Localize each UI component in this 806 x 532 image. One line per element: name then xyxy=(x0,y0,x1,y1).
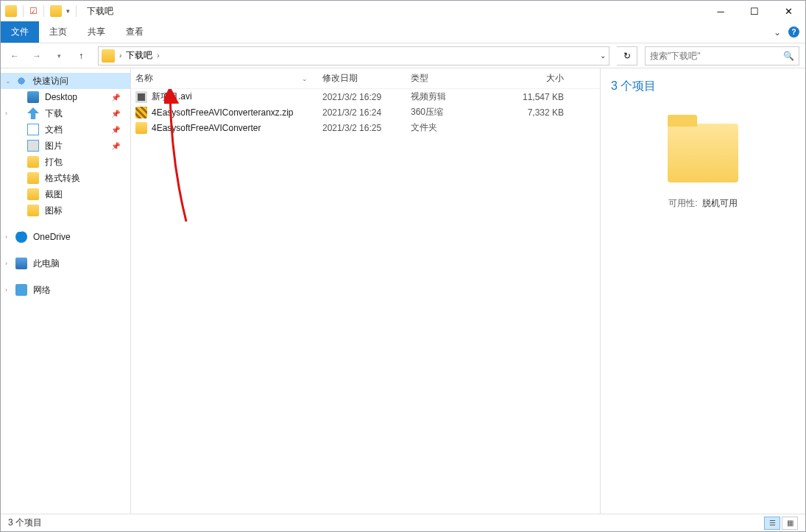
file-size: 11,547 KB xyxy=(499,92,573,102)
pin-icon: 📌 xyxy=(111,93,120,102)
address-bar[interactable]: › 下载吧 › ⌄ xyxy=(98,46,609,65)
folder-icon xyxy=(27,172,39,184)
maximize-button[interactable]: ☐ xyxy=(738,1,771,21)
chevron-right-icon[interactable]: › xyxy=(5,233,7,241)
sidebar-item-pictures[interactable]: 图片 📌 xyxy=(1,138,130,154)
status-text: 3 个项目 xyxy=(8,517,42,529)
sidebar-item-folder[interactable]: 截图 xyxy=(1,186,130,202)
view-buttons: ☰ ▦ xyxy=(764,517,798,530)
chevron-right-icon[interactable]: › xyxy=(5,110,7,117)
pin-icon: 📌 xyxy=(111,110,120,118)
tab-home[interactable]: 主页 xyxy=(39,21,77,43)
ribbon: 文件 主页 共享 查看 ⌄ ? xyxy=(1,21,805,43)
column-header-type[interactable]: 类型 xyxy=(411,72,499,85)
chevron-right-icon[interactable]: › xyxy=(5,286,7,294)
sidebar-item-quick-access[interactable]: ⌄ 快速访问 xyxy=(1,73,130,89)
folder-icon[interactable] xyxy=(50,5,62,17)
sidebar-item-folder[interactable]: 图标 xyxy=(1,202,130,219)
refresh-button[interactable]: ↻ xyxy=(617,46,637,65)
back-button[interactable]: ← xyxy=(5,46,24,65)
preview-pane: 3 个项目 可用性: 脱机可用 xyxy=(601,68,805,514)
sidebar-item-label: 文档 xyxy=(45,124,63,136)
sidebar-item-label: 格式转换 xyxy=(45,172,80,185)
forward-button[interactable]: → xyxy=(27,46,46,65)
document-icon xyxy=(27,124,39,135)
sidebar: ⌄ 快速访问 Desktop 📌 › 下载 📌 文档 📌 图片 📌 打包 xyxy=(1,68,131,514)
video-file-icon xyxy=(135,91,147,103)
search-icon[interactable]: 🔍 xyxy=(783,51,794,61)
column-header-name[interactable]: 名称 ⌄ xyxy=(131,72,322,85)
search-input[interactable] xyxy=(650,51,783,61)
sidebar-item-label: 图标 xyxy=(45,205,63,217)
sidebar-item-downloads[interactable]: › 下载 📌 xyxy=(1,105,130,121)
checkbox-icon[interactable]: ☑ xyxy=(29,6,38,16)
folder-preview-icon xyxy=(668,124,738,182)
onedrive-icon xyxy=(15,231,27,243)
chevron-down-icon[interactable]: ⌄ xyxy=(5,77,11,85)
minimize-button[interactable]: ─ xyxy=(704,1,738,21)
close-button[interactable]: ✕ xyxy=(771,1,805,21)
tab-view[interactable]: 查看 xyxy=(116,21,154,43)
sidebar-item-documents[interactable]: 文档 📌 xyxy=(1,121,130,138)
sidebar-item-label: 下载 xyxy=(45,107,63,120)
preview-info: 可用性: 脱机可用 xyxy=(668,197,737,210)
separator xyxy=(23,5,24,17)
chevron-right-icon[interactable]: › xyxy=(5,260,7,267)
sidebar-item-folder[interactable]: 格式转换 xyxy=(1,170,130,186)
file-date: 2021/3/2 16:25 xyxy=(322,123,411,133)
address-dropdown[interactable]: ⌄ xyxy=(600,52,606,60)
chevron-down-icon[interactable]: ▾ xyxy=(66,7,70,15)
zip-file-icon xyxy=(135,107,147,118)
chevron-right-icon[interactable]: › xyxy=(155,52,160,60)
search-box[interactable]: 🔍 xyxy=(645,46,799,65)
sidebar-item-label: 截图 xyxy=(45,188,63,201)
sidebar-item-label: 图片 xyxy=(45,140,63,152)
pin-icon: 📌 xyxy=(111,126,120,134)
availability-label: 可用性: xyxy=(668,197,697,210)
file-list-area: 名称 ⌄ 修改日期 类型 大小 新项目.avi 2021/3/2 16:29 视… xyxy=(131,68,601,514)
ribbon-right: ⌄ ? xyxy=(774,21,805,43)
availability-value: 脱机可用 xyxy=(702,197,738,210)
chevron-right-icon[interactable]: › xyxy=(118,52,123,60)
tab-file[interactable]: 文件 xyxy=(1,21,39,43)
separator xyxy=(43,5,44,17)
file-date: 2021/3/2 16:24 xyxy=(322,107,411,118)
title-bar: ☑ ▾ 下载吧 ─ ☐ ✕ xyxy=(1,1,805,21)
table-row[interactable]: 4EasysoftFreeAVIConverteranxz.zip 2021/3… xyxy=(131,104,600,120)
sidebar-item-label: OneDrive xyxy=(33,232,71,242)
folder-icon xyxy=(27,156,39,168)
sidebar-item-label: 打包 xyxy=(45,156,63,169)
sort-icon: ⌄ xyxy=(302,75,308,82)
recent-dropdown[interactable]: ▾ xyxy=(49,46,68,65)
sidebar-item-network[interactable]: › 网络 xyxy=(1,282,130,298)
ribbon-collapse-icon[interactable]: ⌄ xyxy=(774,27,781,38)
table-row[interactable]: 4EasysoftFreeAVIConverter 2021/3/2 16:25… xyxy=(131,120,600,135)
details-view-button[interactable]: ☰ xyxy=(764,517,780,530)
breadcrumb-item[interactable]: 下载吧 xyxy=(123,49,155,62)
star-icon xyxy=(15,75,27,87)
sidebar-item-folder[interactable]: 打包 xyxy=(1,154,130,170)
up-button[interactable]: ↑ xyxy=(71,46,91,65)
content-area: ⌄ 快速访问 Desktop 📌 › 下载 📌 文档 📌 图片 📌 打包 xyxy=(1,68,805,514)
table-row[interactable]: 新项目.avi 2021/3/2 16:29 视频剪辑 11,547 KB xyxy=(131,89,600,104)
sidebar-item-this-pc[interactable]: › 此电脑 xyxy=(1,255,130,272)
pin-icon: 📌 xyxy=(111,142,120,150)
file-name: 新项目.avi xyxy=(152,91,192,103)
network-icon xyxy=(15,284,27,296)
desktop-icon xyxy=(27,91,39,103)
icons-view-button[interactable]: ▦ xyxy=(782,517,798,530)
file-type: 360压缩 xyxy=(411,106,499,118)
file-type: 视频剪辑 xyxy=(411,91,499,103)
folder-icon xyxy=(27,188,39,200)
tab-share[interactable]: 共享 xyxy=(77,21,116,43)
sidebar-item-onedrive[interactable]: › OneDrive xyxy=(1,229,130,245)
file-name: 4EasysoftFreeAVIConverter xyxy=(152,123,261,133)
window-title: 下载吧 xyxy=(87,5,113,18)
help-icon[interactable]: ? xyxy=(788,26,799,38)
window-controls: ─ ☐ ✕ xyxy=(704,1,805,21)
sidebar-item-desktop[interactable]: Desktop 📌 xyxy=(1,89,130,105)
column-header-date[interactable]: 修改日期 xyxy=(322,72,411,85)
column-label: 名称 xyxy=(135,72,153,85)
column-header-size[interactable]: 大小 xyxy=(499,72,573,85)
file-date: 2021/3/2 16:29 xyxy=(322,92,411,102)
